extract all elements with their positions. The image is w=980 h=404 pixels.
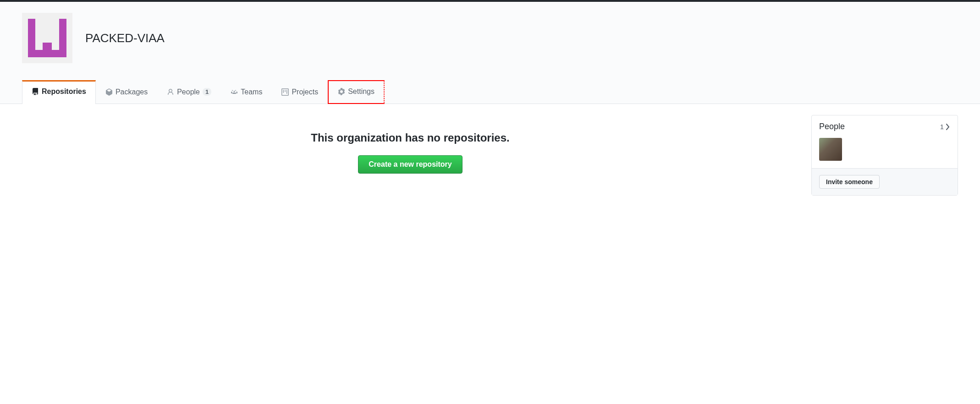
people-box: People 1 Invite someone — [811, 115, 958, 196]
chevron-right-icon — [946, 124, 950, 130]
project-icon — [281, 88, 289, 96]
people-count: 1 — [940, 123, 944, 131]
tab-teams[interactable]: Teams — [221, 80, 272, 104]
tab-packages[interactable]: Packages — [96, 80, 157, 104]
tab-label: People — [177, 88, 200, 96]
tab-label: Settings — [348, 87, 374, 96]
tab-label: Teams — [241, 88, 262, 96]
people-box-title: People — [819, 122, 845, 131]
package-icon — [105, 88, 113, 96]
tab-label: Projects — [292, 88, 318, 96]
tab-label: Repositories — [42, 87, 86, 96]
main-content: This organization has no repositories. C… — [0, 104, 980, 207]
org-header-section: PACKED-VIAA Repositories Packages People… — [0, 2, 980, 104]
tab-repositories[interactable]: Repositories — [22, 80, 96, 104]
member-avatar[interactable] — [819, 138, 842, 161]
tab-settings[interactable]: Settings — [328, 80, 385, 104]
tab-counter: 1 — [203, 88, 211, 96]
tab-people[interactable]: People 1 — [157, 80, 221, 104]
org-avatar[interactable] — [22, 13, 72, 63]
repo-icon — [32, 88, 39, 95]
people-count-link[interactable]: 1 — [940, 123, 950, 131]
svg-rect-1 — [35, 19, 59, 27]
person-icon — [167, 88, 174, 96]
org-tabs: Repositories Packages People 1 Teams — [22, 80, 958, 104]
gear-icon — [338, 88, 345, 95]
team-icon — [231, 88, 238, 96]
org-name: PACKED-VIAA — [85, 31, 165, 45]
people-box-header: People 1 — [812, 115, 958, 138]
invite-someone-button[interactable]: Invite someone — [819, 175, 880, 189]
org-header: PACKED-VIAA — [22, 13, 958, 63]
people-box-footer: Invite someone — [812, 168, 958, 195]
sidebar: People 1 Invite someone — [811, 115, 958, 196]
org-logo-icon — [24, 15, 70, 61]
tab-projects[interactable]: Projects — [272, 80, 328, 104]
empty-repos-message: This organization has no repositories. — [311, 131, 509, 144]
content-main: This organization has no repositories. C… — [22, 115, 798, 196]
svg-rect-3 — [43, 43, 52, 57]
create-repository-button[interactable]: Create a new repository — [358, 155, 462, 174]
tab-label: Packages — [116, 88, 148, 96]
people-box-body — [812, 138, 958, 168]
